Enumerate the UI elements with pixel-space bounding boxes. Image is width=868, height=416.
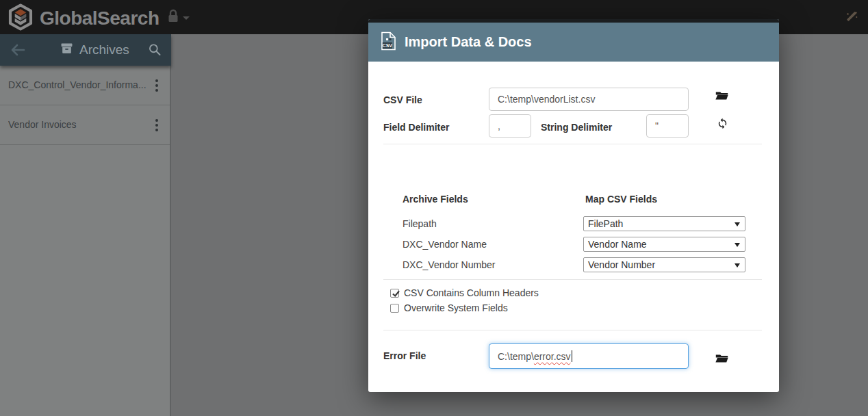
field-delimiter-label: Field Delimiter <box>383 122 449 133</box>
checkbox-icon[interactable] <box>390 304 399 313</box>
csv-contains-column-headers-checkbox[interactable]: CSV Contains Column Headers <box>390 287 539 298</box>
sidebar-item-label: DXC_Control_Vendor_Informa... <box>8 79 146 90</box>
archive-box-icon <box>60 42 73 58</box>
csv-file-label: CSV File <box>383 94 422 105</box>
dropdown-arrow-icon <box>735 263 740 268</box>
dropdown-arrow-icon <box>735 222 740 226</box>
field-delimiter-input[interactable] <box>489 114 531 138</box>
search-icon[interactable] <box>148 42 162 56</box>
sidebar-title: Archives <box>79 42 129 57</box>
refresh-icon[interactable] <box>715 116 729 130</box>
error-file-value-flagged: error.csv <box>534 351 571 362</box>
sidebar-item-vendor-invoices[interactable]: Vendor Invoices <box>0 105 170 145</box>
kebab-menu-icon[interactable] <box>152 118 162 133</box>
globalsearch-logo-icon <box>7 3 34 34</box>
overwrite-system-fields-checkbox[interactable]: Overwrite System Fields <box>390 302 508 313</box>
folder-open-icon[interactable] <box>715 352 728 365</box>
select-value: FilePath <box>588 218 623 229</box>
sidebar-header: Archives <box>0 34 171 66</box>
select-value: Vendor Number <box>588 259 655 270</box>
archive-field-label: DXC_Vendor Number <box>403 259 495 270</box>
divider <box>383 279 762 280</box>
lock-menu[interactable] <box>166 9 190 27</box>
dialog-body: CSV File Field Delimiter String Delimite… <box>368 62 779 392</box>
archive-fields-header: Archive Fields <box>403 194 468 205</box>
string-delimiter-input[interactable] <box>646 114 689 138</box>
sidebar: DXC_Control_Vendor_Informa... Vendor Inv… <box>0 66 171 416</box>
error-file-input[interactable]: C:\temp\error.csv <box>489 343 689 369</box>
lock-icon <box>166 9 180 27</box>
map-csv-fields-header: Map CSV Fields <box>585 194 657 205</box>
back-arrow-icon[interactable] <box>10 42 26 58</box>
checkbox-icon[interactable] <box>390 289 399 298</box>
import-data-docs-dialog: CSV Import Data & Docs CSV File Field De… <box>368 19 779 392</box>
kebab-menu-icon[interactable] <box>152 78 162 93</box>
archive-field-label: Filepath <box>403 218 437 229</box>
error-file-value-prefix: C:\temp\ <box>498 351 534 362</box>
divider <box>383 330 762 330</box>
csv-field-select-filepath[interactable]: FilePath <box>583 216 745 231</box>
magic-wand-icon[interactable] <box>843 9 860 25</box>
divider <box>383 144 762 144</box>
sidebar-item-label: Vendor Invoices <box>8 119 77 130</box>
csv-field-select-vendor-name[interactable]: Vendor Name <box>583 237 745 252</box>
checkbox-label: Overwrite System Fields <box>404 302 508 313</box>
text-cursor <box>572 350 572 362</box>
dialog-title: Import Data & Docs <box>405 34 532 50</box>
string-delimiter-label: String Delimiter <box>541 122 612 133</box>
sidebar-item-dxc-control-vendor-information[interactable]: DXC_Control_Vendor_Informa... <box>0 66 170 105</box>
csv-field-select-vendor-number[interactable]: Vendor Number <box>583 257 745 272</box>
svg-text:CSV: CSV <box>383 43 393 48</box>
chevron-down-icon <box>183 16 190 20</box>
select-value: Vendor Name <box>588 239 647 250</box>
error-file-label: Error File <box>383 350 426 361</box>
brand-name: GlobalSearch <box>40 8 159 29</box>
checkbox-label: CSV Contains Column Headers <box>404 287 539 298</box>
brand[interactable]: GlobalSearch <box>7 3 159 34</box>
csv-document-icon: CSV <box>381 31 396 53</box>
archive-field-label: DXC_Vendor Name <box>403 239 487 250</box>
csv-file-input[interactable] <box>489 88 689 111</box>
folder-open-icon[interactable] <box>715 89 728 103</box>
dialog-header: CSV Import Data & Docs <box>368 19 779 62</box>
dropdown-arrow-icon <box>735 243 740 247</box>
